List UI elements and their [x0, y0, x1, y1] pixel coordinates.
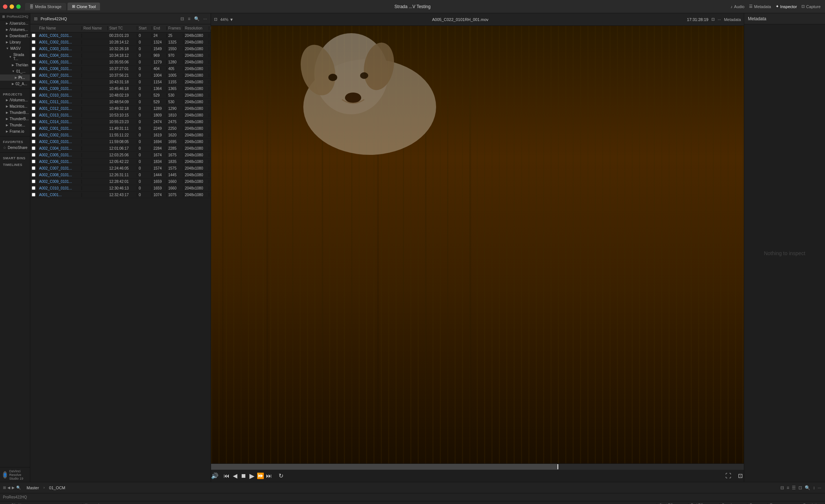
panel-toggle-icon[interactable]: ⊞ [33, 15, 38, 22]
sidebar-toggle-icon[interactable]: ⊞ [2, 15, 5, 18]
file-row[interactable]: A001_C005_0101... 10:35:55:06 0 1279 128… [30, 59, 211, 66]
sidebar-item-thunde[interactable]: ▶ Thunde... [0, 122, 30, 128]
sidebar-item-thunderb1[interactable]: ▶ ThunderB... [0, 110, 30, 116]
sidebar-item-thunderb2[interactable]: ▶ ThunderB... [0, 116, 30, 122]
sidebar-item-masv[interactable]: ▼ MASV [0, 45, 30, 52]
col-header-reel[interactable]: Reel Name [82, 26, 108, 30]
view-options-icon[interactable]: ⊡ [798, 484, 803, 491]
stop-button[interactable]: ⏹ [240, 472, 247, 480]
file-row[interactable]: A001_C013_0101... 10:53:10:15 0 1809 181… [30, 112, 211, 119]
sidebar-scroll[interactable]: ▶ /Users/co... ▶ /Volumes... ▶ DownloadT… [0, 20, 30, 467]
minimize-button[interactable] [10, 4, 14, 9]
file-checkbox[interactable] [32, 40, 35, 44]
file-row[interactable]: A001_C010_0101... 10:48:02:19 0 529 530 … [30, 92, 211, 99]
file-table-body[interactable]: A001_C001_0101... 00:23:01:23 0 24 25 20… [30, 32, 211, 482]
viewer-zoom[interactable]: 44% ▼ [220, 17, 234, 22]
file-row[interactable]: A001_C001... 12:32:43:17 0 1074 1075 204… [30, 192, 211, 198]
col-header-start[interactable]: Start [137, 26, 152, 30]
search-icon[interactable]: 🔍 [193, 15, 200, 22]
file-checkbox[interactable] [32, 87, 35, 90]
file-checkbox[interactable] [32, 53, 35, 57]
file-checkbox[interactable] [32, 133, 35, 137]
back-icon[interactable]: ◀ [7, 486, 10, 490]
file-checkbox[interactable] [32, 193, 35, 197]
metadata-tab-label[interactable]: Metadata [724, 17, 741, 22]
thumbnail-view-icon[interactable]: ⊟ [780, 484, 785, 491]
volume-icon[interactable]: 🔊 [211, 472, 218, 480]
go-to-start-button[interactable]: ⏮ [223, 472, 230, 480]
sidebar-item-strada[interactable]: ▼ Strada T... [0, 52, 30, 62]
viewer-more-icon[interactable]: ··· [718, 17, 721, 22]
file-checkbox[interactable] [32, 153, 35, 157]
col-header-filename[interactable]: File Name [38, 26, 82, 30]
loop-icon[interactable]: ↻ [277, 472, 284, 480]
file-row[interactable]: A002_C001_0101... 11:49:31:11 0 2249 225… [30, 125, 211, 132]
sidebar-item-users[interactable]: ▶ /Users/co... [0, 20, 30, 27]
capture-button[interactable]: ⊡ Capture [801, 4, 821, 9]
file-checkbox[interactable] [32, 146, 35, 150]
list-view-icon[interactable]: ≡ [786, 484, 790, 491]
file-row[interactable]: A001_C006_0101... 10:37:27:01 0 404 405 … [30, 66, 211, 72]
sidebar-item-library[interactable]: ▶ Library [0, 39, 30, 45]
inspector-button[interactable]: ✦ Inspector [776, 4, 797, 9]
file-row[interactable]: A001_C004_0101... 10:34:18:12 0 969 970 … [30, 52, 211, 59]
step-back-button[interactable]: ◀ [231, 472, 239, 480]
grid-view-icon[interactable]: ⊟ [180, 15, 185, 22]
file-checkbox[interactable] [32, 34, 35, 37]
more-options-icon[interactable]: ··· [817, 484, 822, 491]
sidebar-item-pr[interactable]: ▶ Pr... [0, 74, 30, 81]
file-checkbox[interactable] [32, 120, 35, 124]
step-forward-button[interactable]: ⏩ [257, 472, 264, 480]
sidebar-item-02a[interactable]: ▶ 02_A... [0, 81, 30, 87]
file-checkbox[interactable] [32, 80, 35, 84]
sort-icon[interactable]: ↕ [812, 484, 816, 491]
sidebar-item-volumes[interactable]: ▶ /Volumes... [0, 27, 30, 33]
file-row[interactable]: A002_C007_0101... 12:24:46:05 0 1574 157… [30, 165, 211, 172]
clip-icon[interactable]: ⊡ [736, 472, 744, 480]
file-checkbox[interactable] [32, 160, 35, 163]
search-icon[interactable]: 🔍 [804, 484, 811, 491]
forward-icon[interactable]: ▶ [12, 486, 15, 490]
close-button[interactable] [3, 4, 7, 9]
file-checkbox[interactable] [32, 126, 35, 130]
file-checkbox[interactable] [32, 100, 35, 104]
file-row[interactable]: A001_C003_0101... 10:32:26:18 0 1549 155… [30, 46, 211, 52]
file-checkbox[interactable] [32, 47, 35, 51]
file-checkbox[interactable] [32, 140, 35, 143]
timeline-scrubber[interactable] [211, 464, 744, 470]
file-checkbox[interactable] [32, 180, 35, 183]
tab-media-storage[interactable]: 🗄 Media Storage [25, 3, 66, 10]
file-row[interactable]: A001_C002_0101... 10:28:14:12 0 1324 132… [30, 39, 211, 46]
col-header-end[interactable]: End [152, 26, 167, 30]
file-row[interactable]: A001_C012_0101... 10:49:32:18 0 1289 129… [30, 105, 211, 112]
sidebar-item-volumes2[interactable]: ▶ /Volumes... [0, 97, 30, 103]
maximize-button[interactable] [16, 4, 21, 9]
file-row[interactable]: A002_C009_0101... 12:28:42:01 0 1659 166… [30, 178, 211, 185]
file-checkbox[interactable] [32, 166, 35, 170]
file-row[interactable]: A002_C005_0101... 12:03:25:06 0 1674 167… [30, 152, 211, 159]
detail-view-icon[interactable]: ☰ [791, 484, 797, 491]
file-row[interactable]: A001_C014_0101... 10:55:23:23 0 2474 247… [30, 119, 211, 125]
tab-clone-tool[interactable]: ⊞ Clone Tool [68, 3, 100, 10]
list-view-icon[interactable]: ≡ [187, 15, 191, 22]
file-checkbox[interactable] [32, 73, 35, 77]
sidebar-item-macintos[interactable]: ▶ Macintos... [0, 103, 30, 110]
full-screen-icon[interactable]: ⛶ [725, 472, 732, 480]
file-checkbox[interactable] [32, 67, 35, 70]
sidebar-item-demoshare[interactable]: ☆ DemoShare [0, 145, 30, 151]
more-icon[interactable]: ··· [203, 15, 208, 22]
file-row[interactable]: A002_C010_0101... 12:30:46:13 0 1659 166… [30, 185, 211, 192]
file-row[interactable]: A001_C007_0101... 10:37:56:21 0 1004 100… [30, 72, 211, 79]
file-checkbox[interactable] [32, 113, 35, 117]
viewer-settings-icon[interactable]: ⊡ [711, 17, 715, 22]
search-clips-icon[interactable]: 🔍 [16, 486, 21, 490]
file-row[interactable]: A001_C001_0101... 00:23:01:23 0 24 25 20… [30, 32, 211, 39]
file-row[interactable]: A001_C011_0101... 10:48:54:09 0 529 530 … [30, 99, 211, 105]
file-checkbox[interactable] [32, 93, 35, 97]
file-row[interactable]: A002_C006_0101... 12:05:42:22 0 1834 183… [30, 159, 211, 165]
col-header-starttc[interactable]: Start TC [108, 26, 137, 30]
file-checkbox[interactable] [32, 107, 35, 110]
viewer-layout-icon[interactable]: ⊡ [214, 17, 217, 22]
file-checkbox[interactable] [32, 60, 35, 64]
sidebar-item-thevan[interactable]: ▶ TheVan [0, 62, 30, 68]
